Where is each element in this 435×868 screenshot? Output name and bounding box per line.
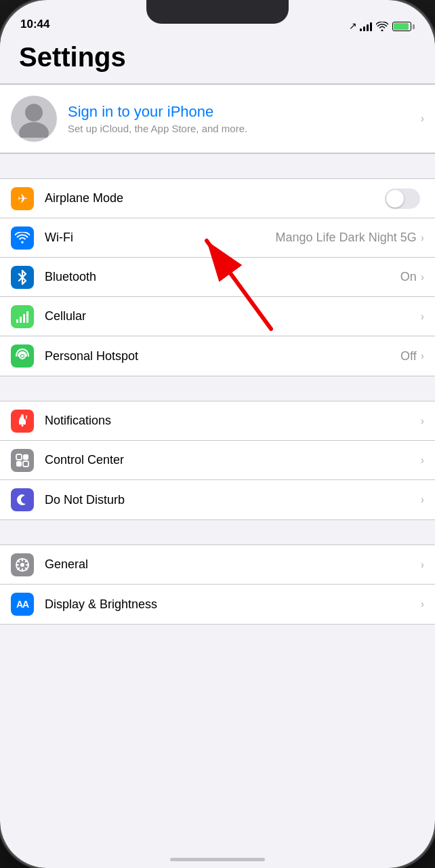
airplane-mode-label: Airplane Mode	[45, 191, 385, 205]
general-chevron: ›	[421, 559, 424, 571]
wifi-value: Mango Life Dark Night 5G	[276, 231, 417, 245]
profile-text: Sign in to your iPhone Set up iCloud, th…	[68, 103, 421, 134]
group-divider-2	[0, 376, 435, 401]
wifi-row[interactable]: Wi-Fi Mango Life Dark Night 5G ›	[0, 218, 435, 258]
svg-line-25	[18, 560, 19, 561]
notifications-icon	[11, 410, 34, 433]
svg-point-0	[25, 104, 43, 121]
phone-frame: 10:44 ↗	[0, 0, 435, 868]
cellular-row[interactable]: Cellular ›	[0, 297, 435, 336]
control-center-icon	[11, 449, 34, 472]
group-divider-1	[0, 154, 435, 178]
cellular-label: Cellular	[45, 309, 421, 323]
wifi-status-icon	[376, 22, 388, 31]
svg-point-9	[21, 355, 24, 357]
control-center-chevron: ›	[421, 454, 424, 467]
personal-hotspot-row[interactable]: Personal Hotspot Off ›	[0, 336, 435, 376]
location-icon: ↗	[349, 20, 357, 31]
wifi-icon	[11, 226, 34, 250]
battery	[392, 22, 415, 31]
airplane-mode-icon: ✈	[11, 187, 34, 210]
cellular-chevron: ›	[421, 311, 424, 323]
home-indicator	[170, 858, 265, 861]
display-brightness-icon: AA	[11, 593, 34, 616]
svg-rect-6	[23, 314, 25, 323]
wifi-chevron: ›	[421, 232, 424, 244]
cellular-icon	[11, 305, 34, 328]
do-not-disturb-label: Do Not Disturb	[45, 493, 421, 507]
bluetooth-chevron: ›	[421, 271, 424, 283]
profile-subtitle: Set up iCloud, the App Store, and more.	[68, 123, 421, 134]
do-not-disturb-icon	[11, 488, 34, 511]
bluetooth-value: On	[400, 270, 417, 284]
svg-line-27	[18, 568, 19, 569]
notifications-chevron: ›	[421, 415, 424, 427]
status-icons	[360, 22, 415, 31]
svg-point-20	[20, 563, 24, 567]
personal-hotspot-chevron: ›	[421, 350, 424, 362]
profile-section: Sign in to your iPhone Set up iCloud, th…	[0, 83, 435, 154]
svg-line-28	[26, 560, 27, 561]
svg-rect-17	[16, 461, 22, 467]
display-brightness-label: Display & Brightness	[45, 597, 421, 612]
airplane-mode-row[interactable]: ✈ Airplane Mode	[0, 179, 435, 218]
profile-chevron: ›	[421, 113, 424, 125]
notifications-settings-group: Notifications › Control Center ›	[0, 401, 435, 520]
personal-hotspot-value: Off	[400, 349, 417, 363]
svg-point-1	[19, 122, 49, 138]
signal-bars	[360, 22, 372, 31]
bluetooth-label: Bluetooth	[45, 270, 400, 284]
wifi-label: Wi-Fi	[45, 231, 276, 245]
control-center-row[interactable]: Control Center ›	[0, 441, 435, 480]
general-label: General	[45, 557, 421, 572]
do-not-disturb-row[interactable]: Do Not Disturb ›	[0, 480, 435, 519]
do-not-disturb-chevron: ›	[421, 494, 424, 506]
svg-rect-18	[23, 461, 28, 467]
airplane-mode-toggle[interactable]	[385, 189, 420, 209]
svg-rect-16	[23, 454, 28, 460]
svg-rect-5	[20, 317, 22, 323]
page-title: Settings	[0, 35, 435, 83]
avatar	[11, 96, 57, 142]
content: Settings Sign in to your iPhone Set up i…	[0, 35, 435, 625]
svg-rect-7	[26, 311, 28, 323]
general-settings-group: General › AA Display & Brightness ›	[0, 545, 435, 625]
notifications-label: Notifications	[45, 414, 421, 428]
display-brightness-row[interactable]: AA Display & Brightness ›	[0, 585, 435, 624]
svg-point-14	[26, 418, 26, 418]
svg-rect-10	[22, 425, 24, 427]
general-row[interactable]: General ›	[0, 545, 435, 585]
sign-in-link[interactable]: Sign in to your iPhone	[68, 103, 421, 121]
group-divider-3	[0, 520, 435, 545]
svg-line-26	[26, 568, 27, 569]
bluetooth-icon	[11, 266, 34, 289]
display-brightness-chevron: ›	[421, 598, 424, 610]
notifications-row[interactable]: Notifications ›	[0, 401, 435, 441]
network-settings-group: ✈ Airplane Mode	[0, 178, 435, 376]
bluetooth-row[interactable]: Bluetooth On ›	[0, 258, 435, 297]
profile-row[interactable]: Sign in to your iPhone Set up iCloud, th…	[0, 84, 435, 153]
control-center-label: Control Center	[45, 453, 421, 467]
personal-hotspot-icon	[11, 344, 34, 368]
svg-rect-15	[16, 454, 22, 460]
personal-hotspot-label: Personal Hotspot	[45, 349, 400, 363]
notch	[146, 0, 289, 24]
svg-rect-4	[16, 319, 18, 323]
general-icon	[11, 553, 34, 576]
screen: 10:44 ↗	[0, 0, 435, 868]
